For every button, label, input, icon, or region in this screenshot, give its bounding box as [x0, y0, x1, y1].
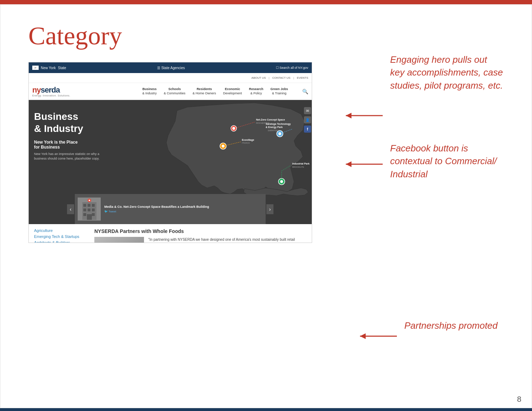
partnership-text: "In partnering with NYSERDA we have desi… — [148, 237, 306, 243]
hero-subtitle: New York is the Placefor Business — [34, 140, 105, 150]
card-title: Media & Co. Net-Zero Concept Space Beaut… — [104, 205, 263, 209]
state-agencies-link[interactable]: ☰ State Agencies — [157, 66, 185, 70]
contact-link[interactable]: CONTACT US — [272, 76, 290, 79]
nav-residents-main: Residents — [193, 87, 216, 91]
card-image — [78, 198, 101, 221]
svg-text:Saratoga Technology: Saratoga Technology — [266, 123, 291, 126]
nav-research-sub: & Policy — [249, 91, 264, 96]
svg-point-17 — [280, 180, 283, 183]
svg-rect-29 — [83, 213, 86, 216]
svg-rect-24 — [88, 204, 90, 207]
profile-icon[interactable]: 👤 — [304, 116, 311, 123]
tweet-button[interactable]: 🐦 Tweet — [104, 210, 263, 213]
ny-state-topbar: 🏳 New York State ☰ State Agencies ☐ Sear… — [29, 62, 312, 73]
svg-text:Industrial Park: Industrial Park — [292, 162, 310, 165]
nav-business-main: Business — [142, 87, 157, 91]
arrow-middle-icon — [346, 161, 388, 167]
email-icon[interactable]: ✉ — [304, 107, 311, 114]
ny-state-text2: State — [58, 66, 66, 70]
search-icon[interactable]: 🔍 — [302, 89, 308, 94]
about-link[interactable]: ABOUT US — [251, 76, 266, 79]
svg-rect-27 — [88, 209, 90, 211]
nav-economic-main: Economic — [223, 87, 242, 91]
events-link[interactable]: EVENTS — [297, 76, 308, 79]
hero-title: Business& Industry — [34, 111, 105, 134]
partnership-quote: "In partnering with NYSERDA we have desi… — [148, 238, 295, 243]
svg-rect-30 — [92, 213, 95, 216]
svg-text:Net-Zero Concept Space: Net-Zero Concept Space — [256, 118, 285, 121]
main-nav-items: Business & Industry Schools & Communitie… — [142, 87, 288, 95]
ny-flag-icon: 🏳 — [32, 66, 39, 70]
logo-text: nyserda — [32, 86, 70, 94]
ny-main-nav: nyserda Energy. Innovation. Solutions. B… — [29, 83, 312, 100]
svg-rect-31 — [87, 214, 92, 220]
arrow-bottom-icon — [360, 333, 403, 339]
nav-greenjobs-main: Green Jobs — [270, 87, 288, 91]
sidebar-link-emerging-tech[interactable]: Emerging Tech & Startups — [34, 234, 87, 239]
logo-ny: ny — [32, 85, 41, 94]
top-accent-bar — [0, 0, 532, 4]
logo-serda: serda — [41, 85, 60, 94]
svg-rect-23 — [83, 204, 86, 207]
logo-tagline: Energy. Innovation. Solutions. — [32, 94, 70, 97]
ny-state-text: New York — [41, 66, 56, 70]
partnership-image — [94, 237, 144, 243]
hero-text-area: Business& Industry New York is the Place… — [34, 111, 105, 161]
arrow-top — [346, 113, 388, 118]
nav-schools-main: Schools — [164, 87, 185, 91]
svg-text:Ecovillage: Ecovillage — [242, 139, 254, 141]
nav-residents-sub: & Home Owners — [193, 91, 216, 96]
partnership-section: NYSERDA Partners with Whole Foods "In pa… — [94, 228, 306, 243]
sidebar-link-architects[interactable]: Architects & Builders — [34, 240, 87, 243]
social-icons-group: ✉ 👤 f — [304, 107, 311, 133]
nav-greenjobs-sub: & Training — [270, 91, 288, 96]
ny-state-label-group: 🏳 New York State — [32, 66, 66, 70]
page-title: Category — [28, 21, 122, 51]
svg-text:SARATOGA: SARATOGA — [268, 129, 279, 132]
ny-secondary-nav: ABOUT US | CONTACT US | EVENTS — [29, 73, 312, 83]
svg-point-1 — [232, 127, 235, 130]
svg-text:ITHACA: ITHACA — [242, 142, 250, 144]
hero-featured-card[interactable]: Media & Co. Net-Zero Concept Space Beaut… — [75, 194, 266, 224]
card-content: Media & Co. Net-Zero Concept Space Beaut… — [104, 205, 263, 213]
svg-rect-26 — [83, 209, 86, 211]
nav-item-economic[interactable]: Economic Development — [223, 87, 242, 95]
hero-body-text: New York has an impressive statistic on … — [34, 152, 105, 161]
svg-rect-28 — [92, 209, 95, 211]
partnership-title: NYSERDA Partners with Whole Foods — [94, 228, 306, 234]
page-number: 8 — [517, 395, 521, 404]
nav-item-residents[interactable]: Residents & Home Owners — [193, 87, 216, 95]
browser-screenshot: 🏳 New York State ☰ State Agencies ☐ Sear… — [28, 62, 312, 243]
sidebar-link-agriculture[interactable]: Agriculture — [34, 228, 87, 233]
facebook-icon[interactable]: f — [304, 126, 311, 133]
carousel-prev-button[interactable]: ‹ — [67, 204, 74, 214]
nav-item-business[interactable]: Business & Industry — [142, 87, 157, 95]
below-hero-section: Agriculture Emerging Tech & Startups Arc… — [29, 224, 312, 243]
search-all-link[interactable]: ☐ Search all of NY.gov — [276, 66, 308, 70]
annotation-bottom: Partnerships promoted — [404, 319, 504, 332]
nav-economic-sub: Development — [223, 91, 242, 96]
bottom-accent-bar — [0, 408, 532, 411]
partnership-content: "In partnering with NYSERDA we have desi… — [94, 237, 306, 243]
svg-point-6 — [222, 145, 225, 148]
nyserda-logo: nyserda Energy. Innovation. Solutions. — [32, 86, 70, 97]
arrow-middle — [346, 161, 388, 167]
nav-research-main: Research — [249, 87, 264, 91]
hero-section: Business& Industry New York is the Place… — [29, 100, 312, 224]
svg-text:& Energy Park: & Energy Park — [266, 126, 283, 129]
svg-rect-25 — [92, 204, 95, 207]
svg-point-33 — [89, 200, 90, 201]
svg-text:BROOKLYN: BROOKLYN — [292, 166, 304, 168]
nav-schools-sub: & Communities — [164, 91, 185, 96]
arrow-top-icon — [346, 113, 388, 118]
svg-point-11 — [278, 132, 281, 135]
carousel-next-button[interactable]: › — [266, 204, 273, 214]
nav-item-greenjobs[interactable]: Green Jobs & Training — [270, 87, 288, 95]
nav-business-sub: & Industry — [142, 91, 157, 96]
nav-item-schools[interactable]: Schools & Communities — [164, 87, 185, 95]
annotation-middle: Facebook button is contextual to Commerc… — [390, 142, 504, 180]
nav-item-research[interactable]: Research & Policy — [249, 87, 264, 95]
sidebar-category-links: Agriculture Emerging Tech & Startups Arc… — [34, 228, 87, 243]
arrow-bottom — [360, 333, 403, 339]
annotation-top: Engaging hero pulls out key accomplishme… — [390, 53, 504, 92]
